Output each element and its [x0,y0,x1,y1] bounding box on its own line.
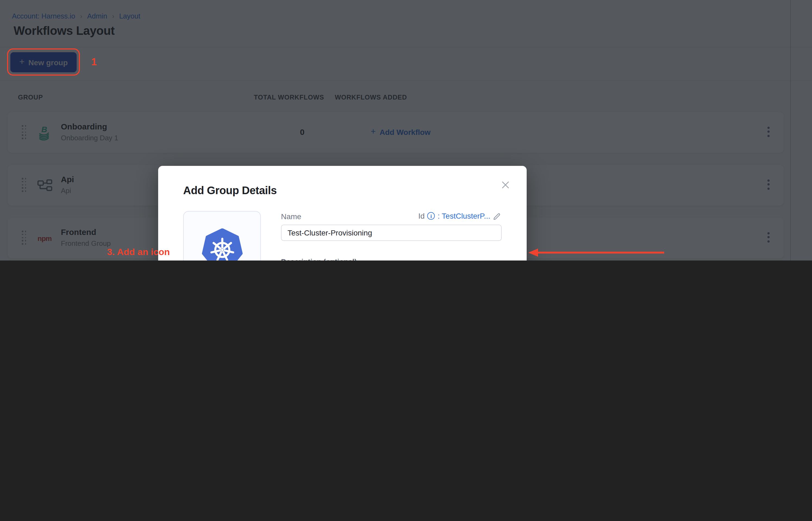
info-icon[interactable]: i [428,212,435,220]
entity-id-row: Id i : TestClusterP... [418,211,501,220]
id-label: Id [418,211,425,220]
edit-id-pencil-icon[interactable] [493,212,501,220]
kubernetes-icon [201,228,243,260]
annotation-highlight-box [7,48,80,75]
id-value[interactable]: : TestClusterP... [438,211,491,220]
annotation-arrow-left-icon [528,248,665,259]
scrollbar-track[interactable] [790,0,791,260]
annotation-step-3: 3. Add an icon [107,247,170,258]
modal-title: Add Group Details [183,184,277,197]
description-label: Description (optional) [281,258,357,260]
group-icon-preview[interactable] [183,211,261,260]
name-label: Name [281,212,302,221]
add-group-details-modal: Add Group Details [158,166,527,260]
close-icon[interactable] [501,180,510,190]
app-root: Account: Harness.io › Admin › Layout Wor… [0,0,812,260]
name-input[interactable] [281,225,502,241]
annotation-step-1: 1 [91,56,97,68]
